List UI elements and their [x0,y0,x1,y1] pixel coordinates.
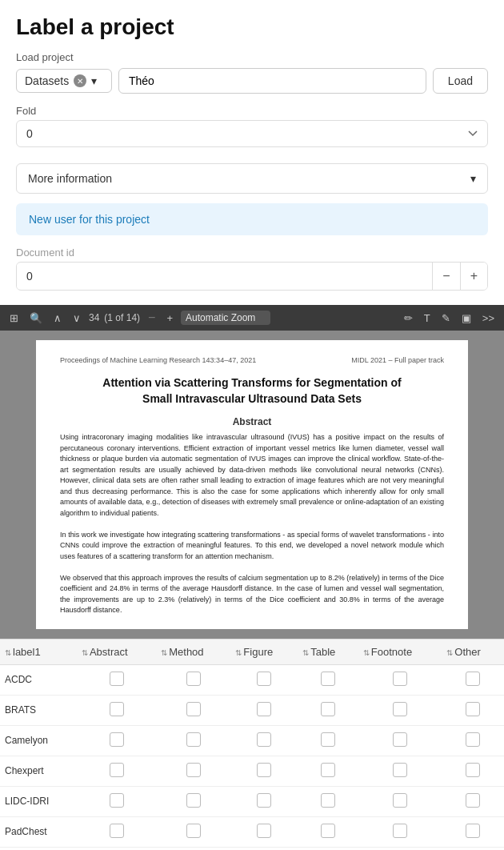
pdf-abstract-title: Abstract [60,416,444,427]
chevron-down-icon: ▾ [470,172,476,185]
page-title: Label a project [16,14,488,40]
pdf-header-left: Proceedings of Machine Learning Research… [60,356,256,364]
checkbox-brats-method[interactable] [186,702,201,716]
doc-id-input[interactable] [17,263,432,289]
checkbox-lidc-figure[interactable] [257,793,271,808]
load-row: Datasets ✕ ▾ Load [16,68,488,94]
checkbox-lidc-table[interactable] [321,793,335,808]
checkbox-acdc-figure[interactable] [257,672,271,686]
pdf-prev-page-button[interactable]: ∧ [50,311,65,326]
checkbox-brats-table[interactable] [321,702,335,716]
label-table: ⇅label1 ⇅Abstract ⇅Method ⇅Figure ⇅Table… [0,639,504,850]
checkbox-lidc-other[interactable] [466,793,480,808]
new-user-banner[interactable]: New user for this project [16,203,488,235]
checkbox-padchest-method[interactable] [186,824,201,838]
doc-id-minus-button[interactable]: − [432,263,459,290]
checkbox-acdc-abstract[interactable] [110,672,124,686]
checkbox-padchest-other[interactable] [466,824,480,838]
pdf-page: Proceedings of Machine Learning Research… [36,340,468,629]
pdf-next-page-button[interactable]: ∨ [70,311,84,326]
checkbox-lidc-abstract[interactable] [110,793,124,808]
fold-section: Fold 0 1 2 [16,105,488,155]
table-row [0,847,504,850]
checkbox-padchest-table[interactable] [321,824,335,838]
table-row: ACDC [0,664,504,695]
checkbox-chexpert-footnote[interactable] [393,763,407,777]
more-info-section[interactable]: More information ▾ [16,163,488,194]
doc-id-section: Document id − + [16,247,488,291]
pdf-search-button[interactable]: 🔍 [26,311,46,326]
doc-id-label: Document id [16,247,488,259]
table-row: Chexpert [0,756,504,786]
col-method[interactable]: ⇅Method [156,639,230,664]
checkbox-camelyon-table[interactable] [321,732,335,747]
checkbox-brats-footnote[interactable] [393,702,407,716]
row-label-acdc: ACDC [0,664,77,695]
checkbox-lidc-method[interactable] [186,793,201,808]
datasets-label: Datasets [25,74,69,87]
pdf-annotate-button[interactable]: ✏ [401,311,416,326]
row-label-brats: BRATS [0,695,77,725]
clear-icon[interactable]: ✕ [74,74,86,87]
checkbox-chexpert-other[interactable] [466,763,480,777]
load-button[interactable]: Load [433,68,488,94]
checkbox-acdc-method[interactable] [186,672,201,686]
pdf-image-button[interactable]: ▣ [458,311,474,326]
pdf-header-line: Proceedings of Machine Learning Research… [60,356,444,364]
pdf-zoom-out-button[interactable]: − [145,309,158,327]
row-label-chexpert: Chexpert [0,756,77,786]
pdf-text-button[interactable]: T [421,311,434,326]
new-user-text: New user for this project [29,213,150,226]
table-row: LIDC-IDRI [0,786,504,816]
checkbox-camelyon-figure[interactable] [257,732,271,747]
project-name-input[interactable] [118,68,426,94]
checkbox-padchest-abstract[interactable] [110,824,124,838]
more-info-label: More information [28,172,112,185]
pdf-page-total: (1 of 14) [104,312,140,323]
pdf-sidebar-button[interactable]: ⊞ [6,311,22,326]
pdf-draw-button[interactable]: ✎ [438,311,454,326]
table-row: Camelyon [0,725,504,756]
doc-id-row: − + [16,262,488,291]
checkbox-brats-abstract[interactable] [110,702,124,716]
checkbox-brats-figure[interactable] [257,702,271,716]
fold-select[interactable]: 0 1 2 [16,120,488,147]
col-table[interactable]: ⇅Table [298,639,358,664]
chevron-down-icon: ▾ [91,74,97,87]
checkbox-padchest-footnote[interactable] [393,824,407,838]
checkbox-chexpert-table[interactable] [321,763,335,777]
pdf-more-button[interactable]: >> [479,311,498,326]
col-label1[interactable]: ⇅label1 [0,639,77,664]
col-figure[interactable]: ⇅Figure [230,639,298,664]
pdf-zoom-in-button[interactable]: + [163,311,176,326]
table-row: BRATS [0,695,504,725]
checkbox-chexpert-abstract[interactable] [110,763,124,777]
fold-label: Fold [16,105,488,117]
checkbox-padchest-figure[interactable] [257,824,271,838]
pdf-header-right: MIDL 2021 – Full paper track [351,356,444,364]
datasets-pill[interactable]: Datasets ✕ ▾ [16,69,112,93]
checkbox-acdc-footnote[interactable] [393,672,407,686]
checkbox-chexpert-figure[interactable] [257,763,271,777]
row-label-camelyon: Camelyon [0,725,77,756]
pdf-zoom-select[interactable]: Automatic Zoom 50% 75% 100% [181,311,270,325]
label-table-container: ⇅label1 ⇅Abstract ⇅Method ⇅Figure ⇅Table… [0,639,504,850]
checkbox-camelyon-method[interactable] [186,732,201,747]
checkbox-chexpert-method[interactable] [186,763,201,777]
checkbox-camelyon-abstract[interactable] [110,732,124,747]
checkbox-camelyon-footnote[interactable] [393,732,407,747]
col-other[interactable]: ⇅Other [442,639,504,664]
pdf-content: Proceedings of Machine Learning Research… [0,331,504,639]
load-project-label: Load project [16,51,488,63]
pdf-viewer: ⊞ 🔍 ∧ ∨ 34 (1 of 14) − + Automatic Zoom … [0,305,504,639]
checkbox-acdc-table[interactable] [321,672,335,686]
table-row: PadChest [0,816,504,847]
row-label-empty [0,847,77,850]
checkbox-brats-other[interactable] [466,702,480,716]
doc-id-plus-button[interactable]: + [460,263,487,290]
checkbox-acdc-other[interactable] [466,672,480,686]
col-footnote[interactable]: ⇅Footnote [358,639,442,664]
col-abstract[interactable]: ⇅Abstract [77,639,156,664]
checkbox-camelyon-other[interactable] [466,732,480,747]
checkbox-lidc-footnote[interactable] [393,793,407,808]
